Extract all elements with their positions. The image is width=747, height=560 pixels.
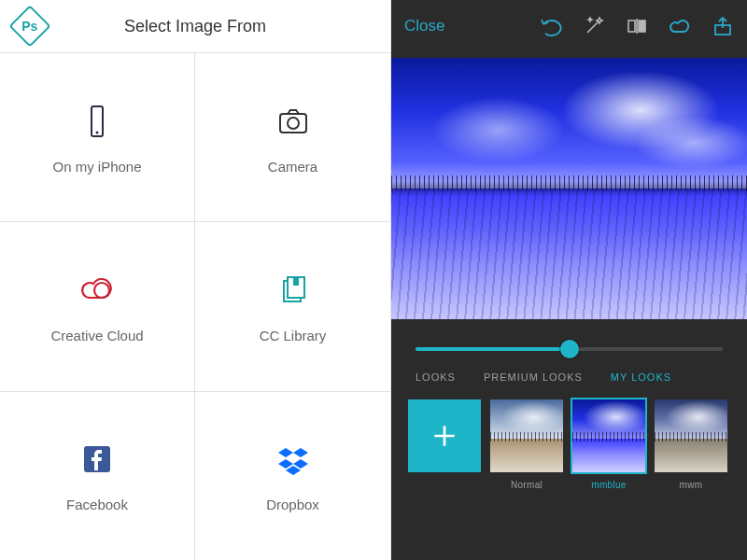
ps-logo: Ps xyxy=(8,5,50,47)
svg-point-3 xyxy=(288,118,299,129)
source-grid: On my iPhone Camera Creative Cloud CC Li… xyxy=(0,52,390,560)
source-picker-header: Ps Select Image From xyxy=(0,0,390,52)
thumb-label: mmblue xyxy=(572,480,645,490)
source-label: Facebook xyxy=(66,497,128,512)
svg-rect-10 xyxy=(639,21,645,32)
compare-icon[interactable] xyxy=(626,15,648,37)
image-canvas[interactable] xyxy=(391,58,747,319)
editor-header: Close xyxy=(391,0,747,52)
thumb-mwm[interactable]: mwm xyxy=(655,399,727,490)
plus-icon xyxy=(408,399,481,472)
source-creative-cloud[interactable]: Creative Cloud xyxy=(0,221,195,390)
slider-fill xyxy=(416,347,570,351)
camera-icon xyxy=(273,101,314,142)
page-title: Select Image From xyxy=(0,17,390,36)
tab-looks[interactable]: LOOKS xyxy=(416,371,456,383)
source-label: On my iPhone xyxy=(52,159,141,175)
thumb-normal[interactable]: Normal xyxy=(490,399,563,490)
source-picker-panel: Ps Select Image From On my iPhone Camera… xyxy=(0,0,391,560)
tab-my-looks[interactable]: MY LOOKS xyxy=(611,371,671,383)
tab-premium-looks[interactable]: PREMIUM LOOKS xyxy=(484,371,583,383)
editor-panel: Close LOOKS PREMIUM LOOKS MY LOOKS xyxy=(391,0,747,560)
svg-rect-7 xyxy=(293,277,299,286)
svg-rect-9 xyxy=(628,21,635,32)
source-label: Camera xyxy=(268,159,317,175)
canvas-sky xyxy=(391,58,747,189)
intensity-slider-row xyxy=(391,319,747,364)
source-label: Creative Cloud xyxy=(50,328,143,343)
canvas-horizon xyxy=(391,181,747,196)
source-facebook[interactable]: Facebook xyxy=(0,391,195,560)
library-icon xyxy=(273,270,314,311)
looks-thumbnails: Normal mmblue mwm xyxy=(391,396,747,490)
svg-point-1 xyxy=(96,131,99,133)
intensity-slider[interactable] xyxy=(416,347,723,351)
thumb-mmblue[interactable]: mmblue xyxy=(572,399,645,490)
canvas-ground xyxy=(391,189,747,319)
magic-wand-icon[interactable] xyxy=(583,15,605,37)
source-cc-library[interactable]: CC Library xyxy=(195,221,390,390)
source-label: Dropbox xyxy=(266,497,319,512)
thumb-preview xyxy=(655,399,727,472)
creative-cloud-sync-icon[interactable] xyxy=(669,15,691,37)
thumb-label: Normal xyxy=(490,480,563,490)
source-label: CC Library xyxy=(260,328,327,343)
slider-knob[interactable] xyxy=(560,340,579,358)
thumb-label: mwm xyxy=(655,480,727,490)
svg-point-4 xyxy=(94,283,109,298)
dropbox-icon xyxy=(273,439,314,480)
creative-cloud-icon xyxy=(77,270,118,311)
source-camera[interactable]: Camera xyxy=(195,52,390,221)
looks-tabs: LOOKS PREMIUM LOOKS MY LOOKS xyxy=(391,364,747,396)
thumb-preview xyxy=(572,399,645,472)
thumb-preview xyxy=(490,399,563,472)
editor-toolbar xyxy=(540,15,734,37)
share-icon[interactable] xyxy=(712,15,734,37)
thumb-add[interactable] xyxy=(408,399,481,480)
phone-icon xyxy=(77,101,118,142)
close-button[interactable]: Close xyxy=(404,17,444,35)
source-dropbox[interactable]: Dropbox xyxy=(195,391,390,560)
undo-icon[interactable] xyxy=(540,15,562,37)
source-iphone[interactable]: On my iPhone xyxy=(0,52,195,221)
facebook-icon xyxy=(77,439,118,480)
